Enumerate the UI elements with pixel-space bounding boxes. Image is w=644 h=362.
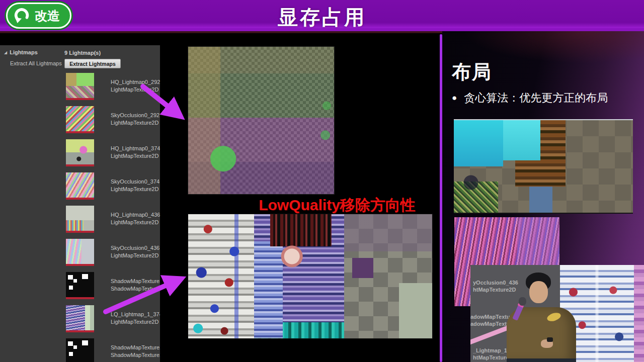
lightmap-count: 9 Lightmap(s) [64,50,101,56]
lightmap-entry-label: HQ_Lightmap0_374LightMapTexture2D [111,145,160,160]
lightmap-entry[interactable]: ShadowMapTexture2D_0ShadowMapTexture2D [66,338,159,362]
lq-lightmap-atlas-image [188,214,433,339]
atlas-stripe-region [188,214,254,338]
lightmap-entry-label: ShadowMapTexture2D_0ShadowMapTexture2D [111,344,160,359]
lightmap-entry[interactable]: ShadowMapTexture2D_0ShadowMapTexture2D [66,272,159,303]
bullet-item: ● 贪心算法：优先更方正的布局 [452,90,608,106]
lightmap-entry-label: ShadowMapTexture2D_0ShadowMapTexture2D [111,278,160,293]
lightmap-entry-label: LQ_Lightmap_1_374LightMapTexture2D [111,311,160,326]
lightmap-thumbnail [66,338,94,362]
lightmaps-foldout[interactable]: ◢ Lightmaps [4,49,38,55]
lightmap-thumbnail [66,139,94,166]
lightmaps-panel: ◢ Lightmaps 9 Lightmap(s) Extract All Li… [0,45,160,362]
lightmap-entry[interactable]: SkyOcclusion0_436LightMapTexture2D [66,239,159,270]
foldout-label: Lightmaps [10,49,38,55]
atlas-block-region [344,214,432,338]
lowquality-caption: LowQuality移除方向性 [226,195,448,216]
lightmap-entry-label: SkyOcclusion0_374LightMapTexture2D [111,178,159,193]
page-title: 显存占用 [0,4,644,31]
lightmap-thumbnail [66,305,94,332]
layout-atlas-image-top [454,119,633,214]
presenter-clicker [547,337,553,342]
lightmap-entry-label: HQ_Lightmap0_436LightMapTexture2D [111,211,160,226]
extract-all-label: Extract All Lightmaps [10,60,62,66]
lightmap-entry[interactable]: HQ_Lightmap0_292LightMapTexture2D [66,73,159,104]
section-heading: 布局 [452,59,492,85]
lightmap-entry[interactable]: LQ_Lightmap_1_374LightMapTexture2D [66,305,159,336]
projected-entry-label: yOcclusion0_436 htMapTexture2D [473,279,518,293]
atlas-detail-region [254,214,344,338]
lightmap-entry[interactable]: SkyOcclusion0_292LightMapTexture2D [66,106,159,137]
lightmap-entry-label: HQ_Lightmap0_292LightMapTexture2D [111,78,160,94]
foldout-triangle-icon: ◢ [4,50,7,55]
lightmap-entry-label: SkyOcclusion0_292LightMapTexture2D [111,112,159,127]
lightmap-thumbnail [66,272,94,299]
extract-lightmaps-button[interactable]: Extract Lightmaps [64,59,121,68]
lightmap-entry[interactable]: SkyOcclusion0_374LightMapTexture2D [66,172,159,204]
lightmap-thumbnail [66,73,94,100]
hq-lightmap-atlas-image [188,46,335,195]
lightmap-entry[interactable]: HQ_Lightmap0_436LightMapTexture2D [66,206,159,237]
lightmap-thumbnail [66,172,94,200]
lightmap-thumbnail [66,239,94,266]
presenter-video: yOcclusion0_436 htMapTexture2D adowMapTe… [470,265,644,362]
lightmap-entry-label: SkyOcclusion0_436LightMapTexture2D [111,244,159,259]
projected-pink-texture [634,265,644,362]
presenter-face [529,281,548,303]
lightmap-entry[interactable]: HQ_Lightmap0_374LightMapTexture2D [66,139,159,170]
top-bar: 改造 显存占用 [0,0,644,31]
lightmap-thumbnail [66,106,94,133]
slide: 改造 显存占用 ◢ Lightmaps 9 Lightmap(s) Extrac… [0,0,644,362]
microphone-icon [519,297,526,306]
lightmap-thumbnail [66,206,94,233]
bullet-text: 贪心算法：优先更方正的布局 [464,90,608,106]
presenter-pants [507,358,576,362]
bullet-dot-icon: ● [452,93,457,103]
